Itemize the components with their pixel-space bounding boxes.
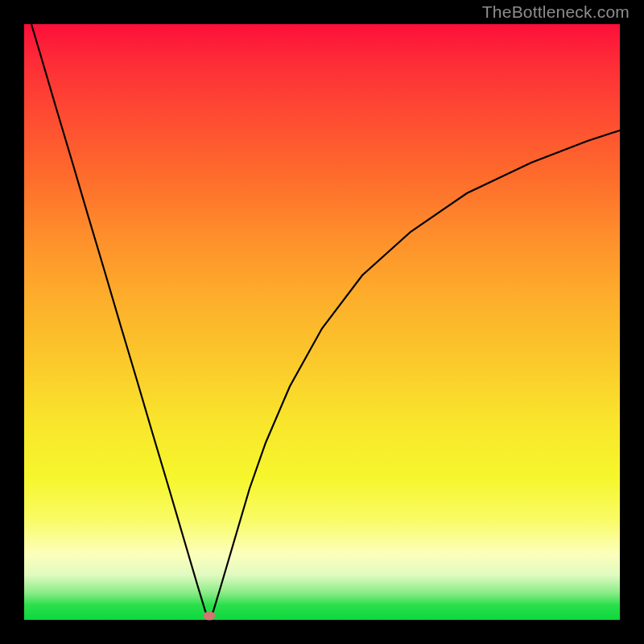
bottleneck-curve bbox=[24, 24, 620, 620]
chart-frame: TheBottleneck.com bbox=[0, 0, 644, 644]
watermark-text: TheBottleneck.com bbox=[482, 2, 630, 22]
optimum-marker bbox=[204, 612, 216, 621]
plot-area bbox=[24, 24, 620, 620]
